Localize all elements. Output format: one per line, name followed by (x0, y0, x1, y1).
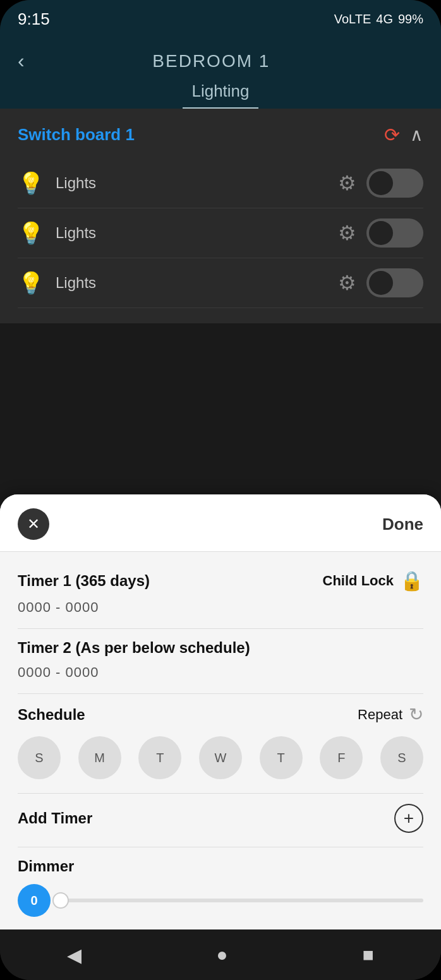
light-controls-3: ⚙ (338, 268, 423, 297)
toggle-knob-3 (369, 271, 393, 295)
toggle-switch-2[interactable] (366, 218, 423, 248)
collapse-icon[interactable]: ∧ (410, 124, 423, 145)
switchboard-controls: ⟳ ∧ (384, 124, 423, 146)
light-left-3: 💡 Lights (18, 270, 96, 296)
timer1-header: Timer 1 (365 days) Child Lock 🔒 (18, 570, 423, 592)
day-tuesday[interactable]: T (138, 736, 181, 779)
divider-2 (18, 693, 423, 694)
nav-home-button[interactable]: ● (216, 944, 227, 965)
repeat-icon[interactable]: ↻ (409, 704, 423, 725)
day-sunday[interactable]: S (18, 736, 61, 779)
done-button[interactable]: Done (382, 515, 423, 534)
light-left-2: 💡 Lights (18, 220, 96, 246)
timer2-to[interactable]: 0000 (66, 664, 99, 680)
light-row-2: 💡 Lights ⚙ (18, 208, 423, 258)
lighting-tab[interactable]: Lighting (18, 81, 423, 107)
timer2-title: Timer 2 (As per below schedule) (18, 639, 250, 657)
settings-icon-1[interactable]: ⚙ (338, 171, 356, 195)
dimmer-slider-row: 0 (18, 884, 423, 917)
add-timer-button[interactable]: + (394, 804, 423, 833)
settings-icon-2[interactable]: ⚙ (338, 221, 356, 245)
sheet-header: ✕ Done (0, 494, 441, 552)
days-row: S M T W T F S (18, 736, 423, 779)
light-controls-2: ⚙ (338, 218, 423, 248)
day-wednesday[interactable]: W (199, 736, 242, 779)
light-label-2: Lights (56, 224, 96, 242)
refresh-icon[interactable]: ⟳ (384, 124, 400, 146)
close-button[interactable]: ✕ (18, 508, 49, 540)
nav-recent-button[interactable]: ■ (362, 944, 373, 965)
timer1-to[interactable]: 0000 (66, 599, 99, 615)
timer2-time: 0000 - 0000 (18, 664, 423, 681)
timer2-block: Timer 2 (As per below schedule) 0000 - 0… (18, 639, 423, 681)
switchboard-header: Switch board 1 ⟳ ∧ (18, 124, 423, 146)
timer1-from[interactable]: 0000 (18, 599, 51, 615)
nav-back-button[interactable]: ◀ (67, 944, 82, 966)
repeat-area: Repeat ↻ (358, 704, 423, 725)
network-icon: VoLTE (334, 12, 372, 27)
timer1-separator: - (56, 599, 61, 615)
child-lock-label: Child Lock (323, 573, 394, 589)
timer2-header: Timer 2 (As per below schedule) (18, 639, 423, 657)
day-thursday[interactable]: T (260, 736, 303, 779)
back-button[interactable]: ‹ (18, 49, 25, 73)
bulb-icon-1: 💡 (18, 170, 44, 196)
day-friday[interactable]: F (320, 736, 363, 779)
add-timer-row: Add Timer + (18, 804, 423, 833)
main-content: Switch board 1 ⟳ ∧ 💡 Lights ⚙ 💡 (0, 109, 441, 323)
tab-underline (183, 107, 258, 109)
slider-thumb (52, 892, 69, 909)
sheet-body: Timer 1 (365 days) Child Lock 🔒 0000 - 0… (0, 552, 441, 929)
bulb-icon-3: 💡 (18, 270, 44, 296)
page-title: BEDROOM 1 (25, 51, 398, 71)
phone-frame: 9:15 VoLTE 4G 99% ‹ BEDROOM 1 Lighting S… (0, 0, 441, 980)
status-bar: 9:15 VoLTE 4G 99% (0, 0, 441, 38)
schedule-row: Schedule Repeat ↻ (18, 704, 423, 725)
header-row: ‹ BEDROOM 1 (18, 49, 423, 73)
toggle-knob-2 (369, 221, 393, 245)
toggle-knob-1 (369, 171, 393, 195)
timer2-from[interactable]: 0000 (18, 664, 51, 680)
divider-1 (18, 628, 423, 629)
toggle-switch-3[interactable] (366, 268, 423, 297)
light-controls-1: ⚙ (338, 169, 423, 198)
light-label-1: Lights (56, 174, 96, 192)
light-row-1: 💡 Lights ⚙ (18, 158, 423, 208)
light-row-3: 💡 Lights ⚙ (18, 258, 423, 308)
status-time: 9:15 (18, 9, 50, 29)
nav-bar: ◀ ● ■ (0, 929, 441, 980)
light-label-3: Lights (56, 274, 96, 292)
child-lock-area: Child Lock 🔒 (323, 570, 423, 592)
status-icons: VoLTE 4G 99% (334, 12, 423, 27)
timer2-separator: - (56, 664, 61, 680)
bulb-icon-2: 💡 (18, 220, 44, 246)
light-left-1: 💡 Lights (18, 170, 96, 196)
schedule-label: Schedule (18, 706, 85, 724)
settings-sheet: ✕ Done Timer 1 (365 days) Child Lock 🔒 0… (0, 494, 441, 929)
day-monday[interactable]: M (78, 736, 121, 779)
timer1-block: Timer 1 (365 days) Child Lock 🔒 0000 - 0… (18, 570, 423, 616)
app-header: ‹ BEDROOM 1 Lighting (0, 38, 441, 109)
toggle-switch-1[interactable] (366, 169, 423, 198)
dimmer-value: 0 (18, 884, 51, 917)
day-saturday[interactable]: S (380, 736, 423, 779)
dimmer-label: Dimmer (18, 858, 423, 875)
lock-icon[interactable]: 🔒 (400, 570, 423, 592)
settings-icon-3[interactable]: ⚙ (338, 271, 356, 295)
timer1-title: Timer 1 (365 days) (18, 572, 150, 590)
repeat-label: Repeat (358, 707, 402, 723)
dimmer-slider[interactable] (61, 899, 423, 902)
add-timer-label: Add Timer (18, 810, 92, 827)
divider-4 (18, 847, 423, 847)
battery-icon: 99% (398, 12, 423, 27)
signal-strength: 4G (376, 12, 393, 27)
divider-3 (18, 793, 423, 794)
timer1-time: 0000 - 0000 (18, 599, 423, 616)
switchboard-title: Switch board 1 (18, 125, 135, 145)
